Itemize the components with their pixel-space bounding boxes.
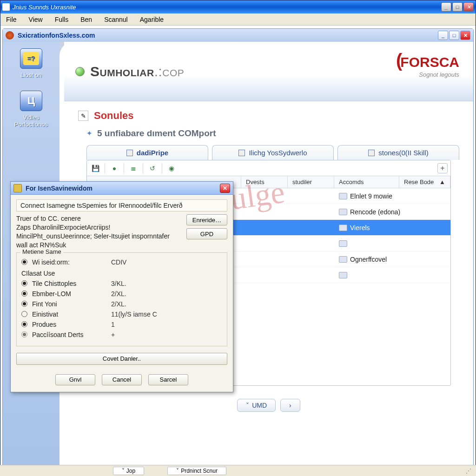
- sidebar-item-liost[interactable]: Liost on: [20, 48, 42, 79]
- inner-close-button[interactable]: ✕: [460, 31, 470, 40]
- sidebar-item-label: Vidles Porfoctionos: [6, 114, 57, 128]
- radio-icon: [21, 259, 27, 265]
- col-resebode[interactable]: Rese Bode ▲: [399, 176, 450, 188]
- sarcel-button[interactable]: Sarcel: [148, 374, 188, 385]
- brand-logo: FORSCA Sognot legouts: [396, 50, 459, 78]
- menu-fulls[interactable]: Fulls: [52, 15, 72, 24]
- sidebar-item-label: Liost on: [20, 72, 42, 79]
- group-metiene: Metiene Same Wi iseid:orm: CDIV CIlasat …: [16, 252, 227, 346]
- add-button[interactable]: +: [437, 163, 448, 173]
- dialog-instruction: Connect Isamegne tsSpemies for IRennoode…: [16, 199, 227, 212]
- tab-label: Ilichg YosSydwerlo: [249, 149, 307, 157]
- refresh-icon[interactable]: ↺: [148, 164, 157, 173]
- dialog-line: Zaps DharolinilExrpocietArcriips!: [16, 223, 182, 232]
- ok-button[interactable]: Gnvl: [55, 374, 95, 385]
- inner-minimize-button[interactable]: _: [438, 31, 448, 40]
- dialog-icon: [13, 184, 22, 192]
- radio-icon: [21, 280, 27, 286]
- tab-dadipripe[interactable]: dadiPripe: [86, 145, 208, 160]
- cancel-button[interactable]: Cancel: [102, 374, 142, 385]
- tab-stones[interactable]: stones(0(II Skill): [337, 145, 459, 160]
- radio-icon: [21, 301, 27, 307]
- radio-option[interactable]: Einistivat11(ly/S iamse C: [21, 311, 222, 318]
- radio-icon: [21, 311, 27, 317]
- outer-titlebar[interactable]: Jnius Sunnds Uxrasnite _ □ ✕: [0, 0, 476, 13]
- status-jop[interactable]: ˅Jop: [113, 467, 144, 475]
- outer-title: Jnius Sunnds Uxrasnite: [13, 4, 441, 11]
- dialog-titlebar[interactable]: For IsenSavinewidom ✕: [11, 182, 233, 195]
- tabs: dadiPripe Ilichg YosSydwerlo stones(0(II…: [86, 145, 459, 160]
- chevron-down-icon: ˅: [122, 468, 125, 474]
- radio-option[interactable]: Tile Chisttoples3/KL.: [21, 280, 222, 287]
- status-prdninct[interactable]: ˅Prdninct Scnur: [167, 467, 226, 475]
- col-dvests[interactable]: Dvests: [241, 176, 288, 188]
- dialog-title: For IsenSavinewidom: [26, 185, 220, 192]
- dialog-close-button[interactable]: ✕: [220, 184, 230, 193]
- enreride-button[interactable]: Enreride…: [186, 214, 227, 225]
- list-toolbar: 💾 ● ≣ ↺ ◉ +: [87, 160, 450, 176]
- bottom-buttons: ˅UMD ›: [78, 391, 459, 430]
- app-icon: [2, 3, 10, 11]
- dialog-body: Connect Isamegne tsSpemies for IRennoode…: [11, 195, 233, 370]
- outer-maximize-button[interactable]: □: [452, 2, 463, 12]
- globe-icon[interactable]: ◉: [167, 164, 176, 173]
- menu-agarible[interactable]: Agarible: [137, 15, 166, 24]
- save-icon[interactable]: 💾: [91, 164, 100, 173]
- brand-text: FORSCA: [396, 50, 459, 71]
- item-icon: [339, 256, 347, 263]
- radio-icon: [21, 321, 27, 327]
- status-orb-icon: [75, 67, 85, 76]
- group-sublegend: CIlasat Use: [21, 270, 222, 277]
- radio-option[interactable]: Ebmber-LOM2/XL.: [21, 290, 222, 298]
- inner-title: SxicrationfonSxless.com: [18, 32, 438, 39]
- tab-ilichg[interactable]: Ilichg YosSydwerlo: [212, 145, 334, 160]
- dialog-line: Truer of to CC. cenere: [16, 214, 182, 223]
- outer-close-button[interactable]: ✕: [463, 2, 474, 12]
- col-accomds[interactable]: Accomds: [334, 176, 399, 188]
- brand-sub: Sognot legouts: [396, 71, 459, 78]
- resize-grip-icon[interactable]: ⋰: [466, 468, 471, 474]
- radio-option[interactable]: Paccíísoant Derts+: [21, 331, 222, 338]
- inner-app-icon: [6, 31, 14, 40]
- menu-view[interactable]: View: [26, 15, 46, 24]
- inner-titlebar[interactable]: SxicrationfonSxless.com _ □ ✕: [3, 29, 473, 42]
- tab-label: dadiPripe: [137, 149, 168, 157]
- dialog-line: MincilPht_ounsUeerinnce; Seler-Itsujiet …: [16, 232, 182, 250]
- group-legend: Metiene Same: [20, 248, 63, 255]
- arrow-right-icon: ›: [289, 402, 291, 409]
- pencil-icon: ✎: [78, 111, 88, 121]
- note-icon: [20, 48, 42, 69]
- radio-option[interactable]: Fint Yoni2/XL.: [21, 300, 222, 308]
- next-button[interactable]: ›: [280, 399, 300, 412]
- mic-icon[interactable]: ●: [110, 164, 119, 173]
- menu-file[interactable]: File: [3, 15, 20, 24]
- gpd-button[interactable]: GPD: [186, 228, 227, 239]
- section-title: Sonules: [94, 110, 134, 122]
- col-studiler[interactable]: studiler: [288, 176, 334, 188]
- inner-maximize-button[interactable]: □: [449, 31, 459, 40]
- radio-wiiseid[interactable]: Wi iseid:orm: CDIV: [21, 258, 222, 266]
- radio-option[interactable]: Produes1: [21, 321, 222, 328]
- content-header: Sumholiar.:cop FORSCA Sognot legouts: [64, 42, 473, 101]
- radio-icon: [21, 291, 27, 297]
- item-icon: [339, 225, 347, 231]
- settings-dialog: For IsenSavinewidom ✕ Connect Isamegne t…: [10, 181, 233, 392]
- item-icon: [339, 272, 347, 278]
- chevron-down-icon: ˅: [246, 402, 249, 409]
- sort-up-icon: ▲: [439, 178, 445, 185]
- item-icon: [339, 240, 347, 247]
- doc-icon: [238, 150, 245, 156]
- section-subtitle: 5 unfiabare dıment COMport: [97, 128, 216, 139]
- sidebar-item-vidles[interactable]: Vidles Porfoctionos: [6, 91, 57, 128]
- menu-scannul[interactable]: Scannul: [101, 15, 131, 24]
- monitor-icon: [20, 91, 42, 111]
- bullet-icon: ✦: [86, 129, 93, 138]
- menu-ben[interactable]: Ben: [78, 15, 95, 24]
- umd-button[interactable]: ˅UMD: [237, 399, 276, 412]
- outer-minimize-button[interactable]: _: [441, 2, 451, 12]
- radio-icon: [21, 331, 27, 337]
- item-icon: [339, 209, 347, 215]
- covet-danler-button[interactable]: Covet Danler..: [16, 353, 227, 365]
- item-icon: [339, 193, 347, 199]
- list-icon[interactable]: ≣: [129, 164, 138, 173]
